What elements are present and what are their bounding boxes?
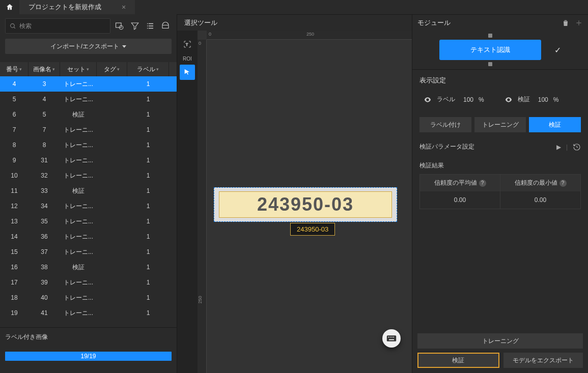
result-value-min: 0.00 xyxy=(500,191,580,209)
gallery-icon xyxy=(161,21,170,31)
table-row[interactable]: 1638検証1 xyxy=(0,260,177,275)
vis-verify-toggle[interactable]: 検証 100 % xyxy=(505,95,559,104)
image-content: 243950-03 xyxy=(219,191,392,218)
table-row[interactable]: 77トレーニ...1 xyxy=(0,122,177,137)
svg-rect-6 xyxy=(391,337,393,338)
svg-rect-3 xyxy=(387,335,396,341)
roi-label: ROI xyxy=(183,56,192,62)
chevron-right-icon[interactable]: ▶ xyxy=(556,144,561,151)
list-view-button[interactable] xyxy=(144,20,156,32)
table-row[interactable]: 1537トレーニ...1 xyxy=(0,244,177,260)
module-header-label: モジュール xyxy=(417,18,451,27)
module-header: モジュール xyxy=(412,14,588,31)
svg-rect-0 xyxy=(116,23,122,27)
table-row[interactable]: 54トレーニ...1 xyxy=(0,92,177,107)
image-roi[interactable]: 243950-03 xyxy=(214,187,397,222)
table-row[interactable]: 1032トレーニ...1 xyxy=(0,168,177,183)
table-row[interactable]: 43トレーニ...1 xyxy=(0,76,177,92)
left-panel: 検索 インポート/エクスポート 番号▾ xyxy=(0,14,177,373)
svg-rect-7 xyxy=(393,337,394,338)
labeled-progress-bar: 19/19 xyxy=(5,352,172,361)
svg-text:T: T xyxy=(186,43,188,46)
table-row[interactable]: 65検証1 xyxy=(0,107,177,122)
table-body[interactable]: 43トレーニ...154トレーニ...165検証177トレーニ...188トレー… xyxy=(0,76,177,327)
gallery-button[interactable] xyxy=(159,20,172,32)
crop-tool[interactable]: T xyxy=(180,37,195,52)
canvas-header: 選択ツール xyxy=(177,14,412,31)
canvas[interactable]: 0 250 0 250 243950-03 243950-03 xyxy=(198,31,412,373)
plus-icon[interactable] xyxy=(575,19,583,27)
search-placeholder: 検索 xyxy=(19,22,32,31)
table-row[interactable]: 1133検証1 xyxy=(0,183,177,198)
history-icon[interactable] xyxy=(573,143,581,151)
table-header: 番号▾ 画像名▾ セット▾ タグ▾ ラベル▾ xyxy=(0,62,177,76)
help-icon[interactable]: ? xyxy=(479,180,486,187)
home-icon xyxy=(6,3,14,11)
trash-icon[interactable] xyxy=(562,19,570,27)
result-table: 信頼度の平均値? 信頼度の最小値? 0.00 0.00 xyxy=(419,174,581,209)
tool-strip: T ROI xyxy=(177,31,198,373)
search-input[interactable]: 検索 xyxy=(5,18,110,34)
table-row[interactable]: 1739トレーニ...1 xyxy=(0,275,177,290)
image-gear-icon xyxy=(115,21,124,31)
labeled-images-label: ラベル付き画像 xyxy=(5,333,172,341)
table-row[interactable]: 88トレーニ...1 xyxy=(0,137,177,153)
table-row[interactable]: 1436トレーニ...1 xyxy=(0,229,177,244)
verify-result-title: 検証結果 xyxy=(412,156,588,174)
right-panel: モジュール テキスト認識 ✓ 表示設定 ラベル 100 % xyxy=(412,14,588,373)
tool-name-label: 選択ツール xyxy=(184,18,217,27)
detection-label: 243950-03 xyxy=(290,223,335,236)
col-set[interactable]: セット▾ xyxy=(60,62,97,76)
filter-button[interactable] xyxy=(129,20,141,32)
import-export-button[interactable]: インポート/エクスポート xyxy=(5,39,172,54)
vis-label-toggle[interactable]: ラベル 100 % xyxy=(424,95,484,104)
list-icon xyxy=(146,21,155,31)
table-row[interactable]: 1234トレーニ...1 xyxy=(0,198,177,214)
display-settings-title: 表示設定 xyxy=(419,76,581,85)
module-chip[interactable]: テキスト認識 xyxy=(439,40,541,60)
svg-rect-8 xyxy=(389,339,394,340)
module-check-icon[interactable]: ✓ xyxy=(554,45,561,55)
table-row[interactable]: 1335トレーニ...1 xyxy=(0,214,177,229)
center-panel: 選択ツール T ROI 0 250 0 250 xyxy=(177,14,412,373)
table-row[interactable]: 1840トレーニ...1 xyxy=(0,290,177,305)
search-icon xyxy=(10,23,16,30)
funnel-icon xyxy=(130,21,139,31)
mode-tabs: ラベル付け トレーニング 検証 xyxy=(412,117,588,137)
import-export-label: インポート/エクスポート xyxy=(50,42,119,51)
training-button[interactable]: トレーニング xyxy=(417,333,583,349)
cursor-icon xyxy=(183,68,191,76)
verify-button[interactable]: 検証 xyxy=(417,353,499,368)
project-tab-label: プロジェクトを新規作成 xyxy=(29,3,101,12)
select-tool[interactable] xyxy=(180,65,195,80)
close-tab-icon[interactable]: × xyxy=(122,3,126,11)
tab-verify[interactable]: 検証 xyxy=(529,117,581,132)
result-header-min: 信頼度の最小値? xyxy=(500,175,580,191)
col-number[interactable]: 番号▾ xyxy=(0,62,29,76)
keyboard-icon xyxy=(386,335,397,342)
home-button[interactable] xyxy=(0,0,19,14)
result-value-avg: 0.00 xyxy=(420,191,500,209)
tab-labeling[interactable]: ラベル付け xyxy=(419,117,471,132)
verify-param-label: 検証パラメータ設定 xyxy=(419,142,474,151)
col-image-name[interactable]: 画像名▾ xyxy=(29,62,60,76)
svg-rect-4 xyxy=(388,337,389,338)
table-row[interactable]: 931トレーニ...1 xyxy=(0,153,177,168)
table-row[interactable]: 1941トレーニ...1 xyxy=(0,305,177,321)
project-tab[interactable]: プロジェクトを新規作成 × xyxy=(19,0,135,14)
module-chip-label: テキスト認識 xyxy=(470,45,510,54)
col-label[interactable]: ラベル▾ xyxy=(127,62,169,76)
verify-param-row[interactable]: 検証パラメータ設定 ▶ | xyxy=(412,137,588,156)
title-bar: プロジェクトを新規作成 × xyxy=(0,0,588,14)
result-header-avg: 信頼度の平均値? xyxy=(420,175,500,191)
eye-icon xyxy=(505,96,513,104)
image-settings-button[interactable] xyxy=(114,20,126,32)
ruler-vertical: 0 250 xyxy=(198,40,207,373)
help-icon[interactable]: ? xyxy=(559,180,567,187)
col-tag[interactable]: タグ▾ xyxy=(97,62,127,76)
export-model-button[interactable]: モデルをエクスポート xyxy=(503,353,583,368)
crop-icon: T xyxy=(183,40,192,49)
keyboard-fab[interactable] xyxy=(382,329,401,348)
tab-training[interactable]: トレーニング xyxy=(474,117,526,132)
eye-icon xyxy=(424,96,432,104)
